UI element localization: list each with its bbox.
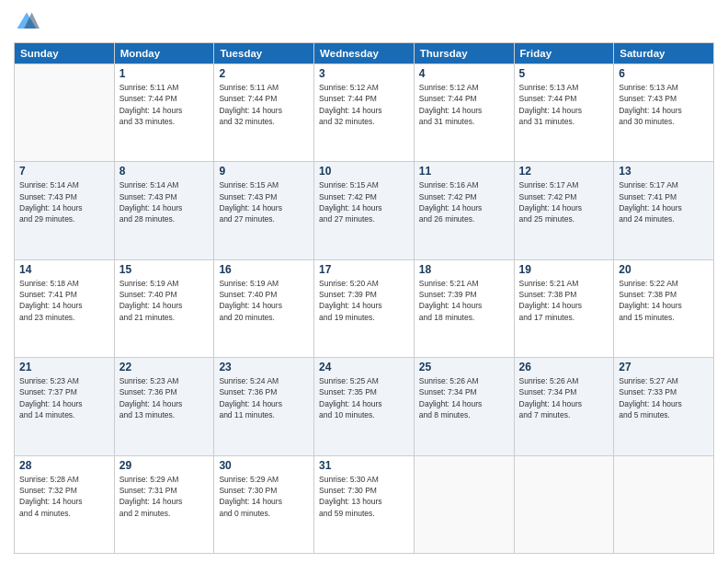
day-number: 9	[219, 165, 309, 178]
day-number: 4	[419, 67, 509, 80]
day-number: 8	[119, 165, 210, 178]
day-info: Sunrise: 5:13 AM Sunset: 7:44 PM Dayligh…	[519, 82, 609, 127]
day-info: Sunrise: 5:30 AM Sunset: 7:30 PM Dayligh…	[319, 474, 409, 519]
day-info: Sunrise: 5:18 AM Sunset: 7:41 PM Dayligh…	[19, 278, 109, 323]
calendar-week-row: 1Sunrise: 5:11 AM Sunset: 7:44 PM Daylig…	[15, 64, 714, 162]
header	[14, 9, 714, 35]
calendar-cell: 29Sunrise: 5:29 AM Sunset: 7:31 PM Dayli…	[114, 455, 214, 553]
day-number: 26	[519, 361, 609, 373]
col-header-wednesday: Wednesday	[314, 43, 415, 64]
day-info: Sunrise: 5:26 AM Sunset: 7:34 PM Dayligh…	[419, 375, 509, 420]
day-info: Sunrise: 5:20 AM Sunset: 7:39 PM Dayligh…	[319, 278, 409, 323]
day-info: Sunrise: 5:12 AM Sunset: 7:44 PM Dayligh…	[419, 82, 509, 127]
calendar-cell: 1Sunrise: 5:11 AM Sunset: 7:44 PM Daylig…	[114, 64, 214, 162]
day-number: 24	[319, 361, 409, 373]
day-number: 12	[519, 165, 609, 178]
calendar: SundayMondayTuesdayWednesdayThursdayFrid…	[14, 42, 714, 554]
day-number: 29	[119, 459, 210, 472]
day-number: 14	[19, 263, 109, 276]
page: SundayMondayTuesdayWednesdayThursdayFrid…	[0, 0, 728, 563]
day-info: Sunrise: 5:17 AM Sunset: 7:42 PM Dayligh…	[519, 179, 609, 224]
calendar-cell: 12Sunrise: 5:17 AM Sunset: 7:42 PM Dayli…	[514, 162, 614, 259]
calendar-cell: 27Sunrise: 5:27 AM Sunset: 7:33 PM Dayli…	[614, 358, 714, 455]
calendar-cell: 25Sunrise: 5:26 AM Sunset: 7:34 PM Dayli…	[414, 358, 514, 455]
calendar-cell: 7Sunrise: 5:14 AM Sunset: 7:43 PM Daylig…	[15, 162, 115, 259]
day-info: Sunrise: 5:29 AM Sunset: 7:30 PM Dayligh…	[219, 474, 309, 519]
calendar-cell: 6Sunrise: 5:13 AM Sunset: 7:43 PM Daylig…	[614, 64, 714, 162]
calendar-week-row: 14Sunrise: 5:18 AM Sunset: 7:41 PM Dayli…	[15, 259, 714, 357]
day-number: 17	[319, 263, 409, 276]
day-info: Sunrise: 5:11 AM Sunset: 7:44 PM Dayligh…	[119, 82, 210, 127]
calendar-cell: 17Sunrise: 5:20 AM Sunset: 7:39 PM Dayli…	[314, 259, 415, 357]
col-header-monday: Monday	[114, 43, 214, 64]
day-info: Sunrise: 5:25 AM Sunset: 7:35 PM Dayligh…	[319, 375, 409, 420]
col-header-friday: Friday	[514, 43, 614, 64]
day-info: Sunrise: 5:27 AM Sunset: 7:33 PM Dayligh…	[619, 375, 709, 420]
day-number: 16	[219, 263, 309, 276]
day-number: 3	[319, 67, 409, 80]
day-info: Sunrise: 5:15 AM Sunset: 7:42 PM Dayligh…	[319, 179, 409, 224]
calendar-cell	[15, 64, 115, 162]
col-header-sunday: Sunday	[15, 43, 115, 64]
calendar-cell: 9Sunrise: 5:15 AM Sunset: 7:43 PM Daylig…	[214, 162, 314, 259]
calendar-cell: 18Sunrise: 5:21 AM Sunset: 7:39 PM Dayli…	[414, 259, 514, 357]
day-number: 27	[619, 361, 709, 373]
calendar-cell: 10Sunrise: 5:15 AM Sunset: 7:42 PM Dayli…	[314, 162, 415, 259]
calendar-cell: 23Sunrise: 5:24 AM Sunset: 7:36 PM Dayli…	[214, 358, 314, 455]
day-info: Sunrise: 5:21 AM Sunset: 7:38 PM Dayligh…	[519, 278, 609, 323]
calendar-header-row: SundayMondayTuesdayWednesdayThursdayFrid…	[15, 43, 714, 64]
calendar-week-row: 21Sunrise: 5:23 AM Sunset: 7:37 PM Dayli…	[15, 358, 714, 455]
calendar-cell: 31Sunrise: 5:30 AM Sunset: 7:30 PM Dayli…	[314, 455, 415, 553]
day-number: 7	[19, 165, 109, 178]
day-number: 19	[519, 263, 609, 276]
calendar-cell: 2Sunrise: 5:11 AM Sunset: 7:44 PM Daylig…	[214, 64, 314, 162]
calendar-cell: 22Sunrise: 5:23 AM Sunset: 7:36 PM Dayli…	[114, 358, 214, 455]
calendar-cell: 28Sunrise: 5:28 AM Sunset: 7:32 PM Dayli…	[15, 455, 115, 553]
day-number: 10	[319, 165, 409, 178]
calendar-cell: 4Sunrise: 5:12 AM Sunset: 7:44 PM Daylig…	[414, 64, 514, 162]
day-info: Sunrise: 5:12 AM Sunset: 7:44 PM Dayligh…	[319, 82, 409, 127]
calendar-cell: 30Sunrise: 5:29 AM Sunset: 7:30 PM Dayli…	[214, 455, 314, 553]
day-number: 23	[219, 361, 309, 373]
calendar-cell: 13Sunrise: 5:17 AM Sunset: 7:41 PM Dayli…	[614, 162, 714, 259]
day-number: 30	[219, 459, 309, 472]
day-number: 28	[19, 459, 109, 472]
day-info: Sunrise: 5:15 AM Sunset: 7:43 PM Dayligh…	[219, 179, 309, 224]
day-info: Sunrise: 5:28 AM Sunset: 7:32 PM Dayligh…	[19, 474, 109, 519]
day-number: 13	[619, 165, 709, 178]
day-info: Sunrise: 5:11 AM Sunset: 7:44 PM Dayligh…	[219, 82, 309, 127]
day-info: Sunrise: 5:14 AM Sunset: 7:43 PM Dayligh…	[19, 179, 109, 224]
calendar-cell: 24Sunrise: 5:25 AM Sunset: 7:35 PM Dayli…	[314, 358, 415, 455]
col-header-tuesday: Tuesday	[214, 43, 314, 64]
day-info: Sunrise: 5:22 AM Sunset: 7:38 PM Dayligh…	[619, 278, 709, 323]
logo-icon	[14, 9, 40, 35]
calendar-cell: 16Sunrise: 5:19 AM Sunset: 7:40 PM Dayli…	[214, 259, 314, 357]
day-number: 11	[419, 165, 509, 178]
calendar-cell: 8Sunrise: 5:14 AM Sunset: 7:43 PM Daylig…	[114, 162, 214, 259]
day-info: Sunrise: 5:29 AM Sunset: 7:31 PM Dayligh…	[119, 474, 210, 519]
col-header-saturday: Saturday	[614, 43, 714, 64]
day-info: Sunrise: 5:13 AM Sunset: 7:43 PM Dayligh…	[619, 82, 709, 127]
day-info: Sunrise: 5:24 AM Sunset: 7:36 PM Dayligh…	[219, 375, 309, 420]
calendar-cell	[514, 455, 614, 553]
calendar-cell: 26Sunrise: 5:26 AM Sunset: 7:34 PM Dayli…	[514, 358, 614, 455]
day-info: Sunrise: 5:16 AM Sunset: 7:42 PM Dayligh…	[419, 179, 509, 224]
logo	[14, 9, 43, 35]
calendar-cell: 21Sunrise: 5:23 AM Sunset: 7:37 PM Dayli…	[15, 358, 115, 455]
calendar-cell	[614, 455, 714, 553]
calendar-cell: 14Sunrise: 5:18 AM Sunset: 7:41 PM Dayli…	[15, 259, 115, 357]
day-info: Sunrise: 5:17 AM Sunset: 7:41 PM Dayligh…	[619, 179, 709, 224]
day-info: Sunrise: 5:14 AM Sunset: 7:43 PM Dayligh…	[119, 179, 210, 224]
day-number: 21	[19, 361, 109, 373]
calendar-cell: 15Sunrise: 5:19 AM Sunset: 7:40 PM Dayli…	[114, 259, 214, 357]
calendar-week-row: 7Sunrise: 5:14 AM Sunset: 7:43 PM Daylig…	[15, 162, 714, 259]
calendar-cell: 5Sunrise: 5:13 AM Sunset: 7:44 PM Daylig…	[514, 64, 614, 162]
day-number: 15	[119, 263, 210, 276]
calendar-cell	[414, 455, 514, 553]
day-info: Sunrise: 5:26 AM Sunset: 7:34 PM Dayligh…	[519, 375, 609, 420]
day-number: 20	[619, 263, 709, 276]
day-info: Sunrise: 5:19 AM Sunset: 7:40 PM Dayligh…	[219, 278, 309, 323]
calendar-week-row: 28Sunrise: 5:28 AM Sunset: 7:32 PM Dayli…	[15, 455, 714, 553]
day-number: 6	[619, 67, 709, 80]
col-header-thursday: Thursday	[414, 43, 514, 64]
